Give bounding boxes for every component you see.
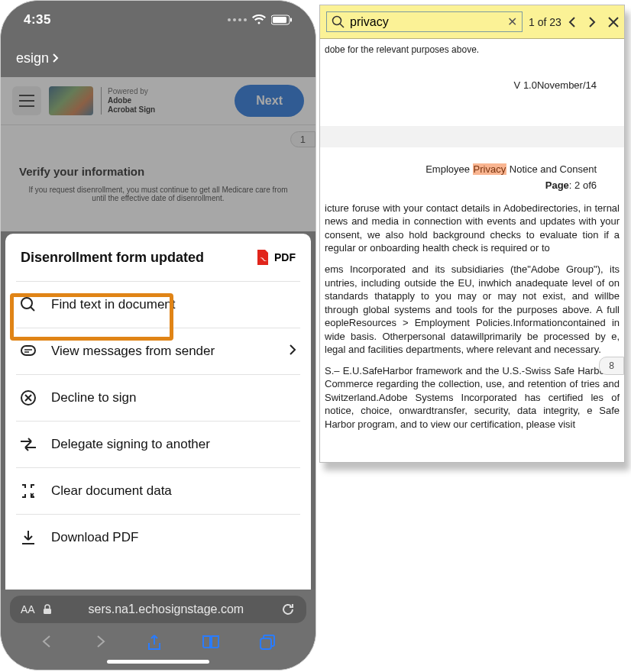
chevron-right-icon	[51, 53, 60, 63]
phone-frame: 4:35 esign Powered by Adobe Acrobat	[0, 0, 316, 670]
menu-view-messages[interactable]: View messages from sender	[5, 328, 311, 374]
home-indicator[interactable]	[107, 660, 209, 664]
status-time: 4:35	[24, 12, 51, 27]
pdf-label: PDF	[274, 251, 296, 263]
app-switcher-dots	[228, 18, 247, 21]
reload-icon[interactable]	[280, 602, 296, 617]
download-icon	[19, 528, 37, 547]
page-number-badge: 8	[599, 357, 624, 375]
breadcrumb-label: esign	[16, 50, 49, 66]
doc-paragraph-1: icture foruse with your contact details …	[325, 202, 620, 255]
menu-delegate[interactable]: Delegate signing to another	[5, 422, 311, 467]
forward-icon[interactable]	[93, 634, 107, 649]
pdf-badge: PDF	[254, 249, 296, 266]
doc-paragraph-2: ems Incorporated and its subsidiaries (t…	[325, 263, 620, 357]
background-dimmed: Powered by Adobe Acrobat Sign Next 1 Ver…	[1, 77, 316, 231]
back-icon[interactable]	[40, 634, 54, 649]
doc-page-indicator: Page: 2 of6	[325, 179, 620, 192]
notice-pre: Employee	[426, 163, 472, 175]
menu-clear-data[interactable]: Clear document data	[5, 468, 311, 514]
svg-rect-2	[290, 18, 292, 22]
menu-label: Download PDF	[51, 530, 138, 545]
document-body[interactable]: dobe for the relevant purposes above. V …	[320, 39, 624, 444]
next-match-icon[interactable]	[587, 16, 597, 28]
find-count: 1 of 23	[529, 16, 561, 28]
svg-point-3	[21, 298, 32, 309]
menu-label: View messages from sender	[51, 344, 215, 359]
doc-line-top: dobe for the relevant purposes above.	[325, 44, 620, 56]
address-bar[interactable]: AA sers.na1.echosignstage.com	[10, 596, 306, 623]
decline-icon	[19, 389, 37, 407]
menu-find-text[interactable]: Find text in document	[5, 282, 311, 328]
share-icon[interactable]	[147, 634, 162, 652]
tabs-icon[interactable]	[259, 634, 276, 651]
breadcrumb[interactable]: esign	[1, 39, 316, 77]
wifi-icon	[251, 15, 267, 25]
battery-icon	[271, 15, 293, 25]
action-sheet: Disenrollment form updated PDF Find text…	[5, 234, 311, 604]
status-icons	[228, 15, 293, 25]
prev-match-icon[interactable]	[568, 16, 577, 28]
menu-label: Find text in document	[51, 297, 176, 312]
menu-label: Clear document data	[51, 483, 172, 499]
menu-label: Delegate signing to another	[51, 437, 210, 452]
svg-point-8	[333, 16, 341, 24]
close-find-icon[interactable]	[607, 16, 620, 28]
doc-paragraph-3: S.– E.U.SafeHarbor framework and the U.S…	[325, 364, 620, 431]
url-text: sers.na1.echosignstage.com	[60, 603, 273, 616]
find-input-wrap[interactable]: ✕	[326, 11, 523, 32]
browser-chrome: AA sers.na1.echosignstage.com	[1, 590, 316, 670]
svg-rect-6	[44, 609, 51, 614]
clear-icon	[19, 482, 37, 500]
search-highlight: Privacy	[473, 163, 507, 175]
search-icon	[19, 296, 37, 314]
notice-post: Notice and Consent	[506, 163, 597, 175]
menu-download[interactable]: Download PDF	[5, 515, 311, 561]
page-divider	[320, 126, 624, 147]
search-icon	[332, 15, 345, 29]
pdf-icon	[254, 249, 271, 266]
doc-version: V 1.0November/14	[325, 63, 620, 123]
page-label: Page	[545, 179, 569, 191]
document-window: ✕ 1 of 23 dobe for the relevant purposes…	[319, 5, 625, 463]
svg-rect-7	[260, 638, 271, 649]
delegate-icon	[19, 435, 37, 454]
svg-rect-1	[273, 17, 286, 23]
sheet-title: Disenrollment form updated	[21, 250, 204, 266]
doc-notice-title: Employee Privacy Notice and Consent	[325, 163, 620, 176]
lock-icon	[43, 604, 52, 615]
find-bar: ✕ 1 of 23	[320, 5, 624, 39]
menu-decline[interactable]: Decline to sign	[5, 375, 311, 421]
svg-rect-4	[21, 346, 35, 355]
message-icon	[19, 342, 37, 360]
chevron-right-icon	[288, 344, 297, 360]
bookmarks-icon[interactable]	[202, 634, 220, 649]
clear-search-icon[interactable]: ✕	[507, 15, 517, 29]
page-value: : 2 of6	[569, 179, 597, 191]
find-input[interactable]	[350, 15, 503, 29]
status-bar: 4:35	[1, 1, 316, 39]
menu-label: Decline to sign	[51, 390, 137, 405]
dim-overlay[interactable]	[1, 77, 316, 231]
browser-toolbar	[1, 623, 316, 660]
text-size-button[interactable]: AA	[21, 603, 35, 615]
